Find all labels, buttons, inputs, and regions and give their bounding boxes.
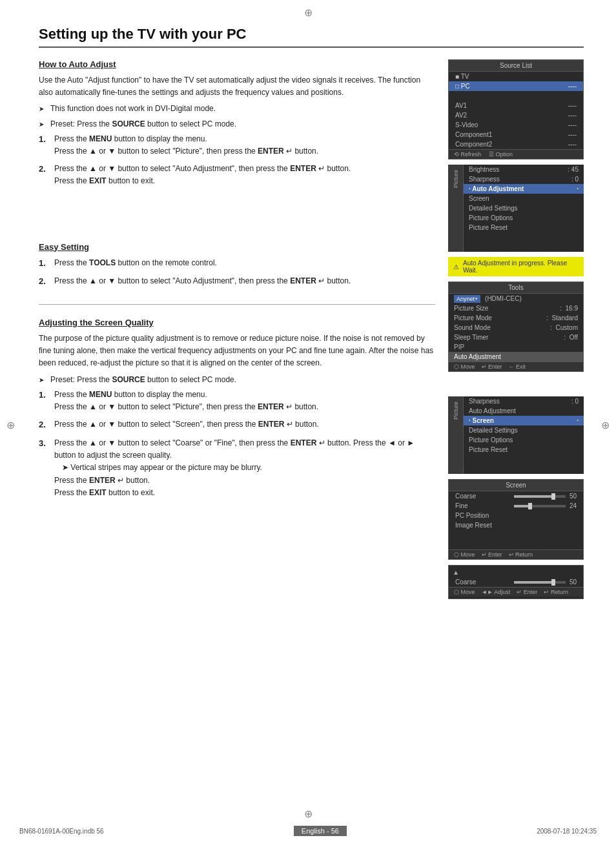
tools-footer: ⬡ Move ↵ Enter ← Exit — [449, 362, 583, 371]
page-number-badge: English - 56 — [294, 826, 347, 836]
anynet-badge: Anynet+ — [454, 295, 480, 303]
source-tv-label: ■ TV — [455, 73, 469, 80]
section2-title: Easy Setting — [39, 242, 435, 252]
s2-step2-text: Press the ▲ or ▼ button to select "Auto … — [54, 275, 435, 287]
s2-step1-num: 1. — [39, 257, 50, 271]
step1-text: Press the MENU button to display the men… — [54, 133, 435, 158]
main-content: How to Auto Adjust Use the Auto "Adjust … — [39, 59, 584, 604]
source-row-pc: □ PC ---- — [449, 81, 583, 91]
section1-step-2: 2. Press the ▲ or ▼ button to select "Au… — [39, 163, 435, 187]
pm2-reset: Picture Reset — [464, 445, 584, 455]
screen-image-reset-row: Image Reset — [449, 520, 583, 530]
s3-step1-num: 1. — [39, 389, 50, 402]
pm2-screen: · Screen· — [464, 416, 584, 425]
source-list-title: Source List — [449, 60, 583, 72]
s2-step2-num: 2. — [39, 275, 50, 289]
section3-body: The purpose of the picture quality adjus… — [39, 332, 435, 499]
tools-sound-mode: Sound Mode: Custom — [449, 323, 583, 332]
screen-coarse-row: Coarse 50 — [449, 491, 583, 501]
footer-right: 2008-07-18 10:24:35 — [537, 828, 597, 835]
screen-empty — [449, 530, 583, 540]
tools-auto-adjustment: Auto Adjustment — [449, 352, 583, 362]
pm1-detailed: Detailed Settings — [464, 203, 584, 213]
s3-step3-num: 3. — [39, 437, 50, 451]
pm2-empty1 — [464, 455, 584, 464]
s3-step3-text: Press the ▲ or ▼ button to select "Coars… — [54, 437, 435, 499]
screen-pc-position-row: PC Position — [449, 511, 583, 520]
warning-text: Auto Adjustment in progress. Please Wait… — [463, 260, 579, 274]
pm2-options: Picture Options — [464, 435, 584, 445]
source-refresh: ⟲ Refresh — [454, 151, 481, 158]
tools-sleep-timer: Sleep Timer: Off — [449, 332, 583, 342]
section-divider — [39, 304, 435, 305]
screen-fine-label: Fine — [455, 502, 467, 509]
screen-fine-row: Fine 24 — [449, 501, 583, 511]
section1-intro: Use the Auto "Adjust function" to have t… — [39, 74, 435, 99]
step1-num: 1. — [39, 133, 50, 147]
tools-menu: Tools Anynet+ (HDMI-CEC) Picture Size: 1… — [448, 281, 584, 372]
pm1-empty2 — [464, 242, 584, 252]
picture-menu-1: Picture Brightness: 45 Sharpness: 0 · Au… — [448, 165, 584, 252]
section1-step-1: 1. Press the MENU button to display the … — [39, 133, 435, 158]
screen-coarse-thumb — [551, 493, 555, 500]
source-row-av2: AV2 ---- — [449, 110, 583, 120]
pm1-auto-adjustment: · Auto Adjustment· — [464, 184, 584, 194]
section3-bullet-1: Preset: Press the SOURCE button to selec… — [39, 374, 435, 386]
screen-image-reset-label: Image Reset — [455, 522, 492, 529]
source-row-av1: AV1 ---- — [449, 101, 583, 110]
footer-left: BN68-01691A-00Eng.indb 56 — [19, 828, 104, 835]
coarse-mini-arrow: ▲ — [453, 569, 459, 576]
section2-step-1: 1. Press the TOOLS button on the remote … — [39, 257, 435, 271]
pm1-brightness: Brightness: 45 — [464, 165, 584, 174]
source-list-panel: Source List ■ TV □ PC ---- AV1 ---- AV2 … — [448, 59, 584, 159]
page-title: Setting up the TV with your PC — [39, 26, 584, 43]
coarse-mini-row: Coarse 50 — [449, 577, 583, 587]
section3-intro: The purpose of the picture quality adjus… — [39, 332, 435, 370]
step2-text: Press the ▲ or ▼ button to select "Auto … — [54, 163, 435, 187]
section1-body: Use the Auto "Adjust function" to have t… — [39, 74, 435, 188]
coarse-mini-label: Coarse — [455, 578, 476, 586]
pm2-detailed: Detailed Settings — [464, 425, 584, 435]
screen-pc-position-label: PC Position — [455, 512, 489, 519]
page-content: Setting up the TV with your PC How to Au… — [0, 0, 616, 849]
page-footer: BN68-01691A-00Eng.indb 56 English - 56 2… — [0, 826, 616, 836]
warning-bar: ⚠ Auto Adjustment in progress. Please Wa… — [448, 257, 584, 276]
section3-step-1: 1. Press the MENU button to display the … — [39, 389, 435, 413]
pm2-auto: Auto Adjustment — [464, 406, 584, 416]
spacer1 — [39, 203, 435, 242]
coarse-mini-thumb — [551, 579, 555, 586]
pm1-reset: Picture Reset — [464, 223, 584, 232]
screen-fine-thumb — [528, 503, 532, 509]
tools-picture-size: Picture Size: 16:9 — [449, 303, 583, 313]
picture-main-2: Sharpness: 0 Auto Adjustment · Screen· D… — [464, 396, 584, 474]
pm1-options: Picture Options — [464, 213, 584, 223]
section1-title: How to Auto Adjust — [39, 59, 435, 69]
screen-panel: Screen Coarse 50 Fine — [448, 479, 584, 560]
section3-step-2: 2. Press the ▲ or ▼ button to select "Sc… — [39, 418, 435, 432]
section-screen-quality: Adjusting the Screen Quality The purpose… — [39, 318, 435, 499]
section1-bullet-2: Preset: Press the SOURCE button to selec… — [39, 118, 435, 130]
screen-coarse-label: Coarse — [455, 493, 476, 500]
screen-title: Screen — [449, 480, 583, 491]
screen-fine-fill — [514, 505, 529, 507]
section2-step-2: 2. Press the ▲ or ▼ button to select "Au… — [39, 275, 435, 289]
source-option: ☰ Option — [489, 151, 513, 158]
section-easy-setting: Easy Setting 1. Press the TOOLS button o… — [39, 242, 435, 289]
section3-step-3: 3. Press the ▲ or ▼ button to select "Co… — [39, 437, 435, 499]
s2-step1-text: Press the TOOLS button on the remote con… — [54, 257, 435, 269]
source-row-component2: Component2 ---- — [449, 139, 583, 149]
coarse-mini-panel: ▲ Coarse 50 ⬡ Move ◄► Adjust ↵ Ent — [448, 565, 584, 599]
source-pc-value: ---- — [568, 83, 577, 90]
screen-coarse-value: 50 — [570, 493, 577, 500]
screen-fine-track — [514, 505, 566, 507]
coarse-mini-track — [514, 581, 566, 584]
pm1-screen: Screen — [464, 194, 584, 203]
source-footer: ⟲ Refresh ☰ Option — [449, 149, 583, 159]
pm1-empty1 — [464, 232, 584, 242]
screen-coarse-fill — [514, 495, 553, 498]
section1-bullet-1: This function does not work in DVI-Digit… — [39, 103, 435, 115]
right-column: Source List ■ TV □ PC ---- AV1 ---- AV2 … — [448, 59, 584, 604]
s3-step1-text: Press the MENU button to display the men… — [54, 389, 435, 413]
coarse-footer: ⬡ Move ◄► Adjust ↵ Enter ↩ Return — [449, 587, 583, 597]
tools-title: Tools — [449, 282, 583, 294]
